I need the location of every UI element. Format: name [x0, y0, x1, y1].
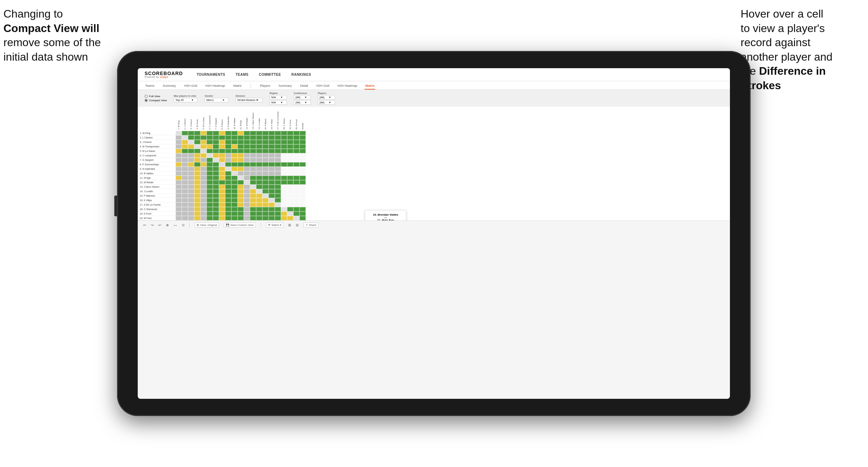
grid-cell[interactable]: [225, 180, 231, 185]
grid-cell[interactable]: [194, 140, 200, 144]
grid-cell[interactable]: [256, 185, 262, 189]
grid-cell[interactable]: [269, 176, 275, 180]
grid-cell[interactable]: [182, 167, 188, 171]
grid-cell[interactable]: [219, 153, 225, 158]
grid-cell[interactable]: [287, 144, 293, 149]
grid-cell[interactable]: [275, 216, 281, 220]
grid-cell[interactable]: [256, 207, 262, 211]
grid-cell[interactable]: [287, 158, 293, 162]
grid-cell[interactable]: [182, 158, 188, 162]
grid-cell[interactable]: [269, 207, 275, 211]
grid-cell[interactable]: [225, 162, 231, 167]
save-custom-button[interactable]: 💾 Save Custom View: [224, 222, 255, 228]
grid-cell[interactable]: [176, 144, 182, 149]
grid-cell[interactable]: [207, 194, 213, 198]
grid-cell[interactable]: [287, 189, 293, 194]
grid-cell[interactable]: [194, 153, 200, 158]
grid-cell[interactable]: [188, 189, 194, 194]
grid-cell[interactable]: [225, 171, 231, 176]
grid-cell[interactable]: [200, 185, 207, 189]
grid-cell[interactable]: [250, 180, 256, 185]
grid-cell[interactable]: [219, 144, 225, 149]
grid-cell[interactable]: [194, 207, 200, 211]
grid-cell[interactable]: [213, 185, 219, 189]
grid-cell[interactable]: [293, 158, 300, 162]
watch-button[interactable]: 👁 Watch ▾: [266, 222, 284, 228]
grid-cell[interactable]: [231, 153, 238, 158]
grid-cell[interactable]: [244, 207, 250, 211]
grid-cell[interactable]: [231, 189, 238, 194]
grid-cell[interactable]: [176, 211, 182, 216]
grid-cell[interactable]: [300, 158, 306, 162]
grid-cell[interactable]: [225, 158, 231, 162]
grid-cell[interactable]: [300, 185, 306, 189]
grid-cell[interactable]: [262, 216, 269, 220]
grid-cell[interactable]: [213, 216, 219, 220]
grid-cell[interactable]: [207, 171, 213, 176]
grid-cell[interactable]: [176, 185, 182, 189]
grid-cell[interactable]: [281, 140, 287, 144]
grid-cell[interactable]: [269, 216, 275, 220]
grid-cell[interactable]: [176, 203, 182, 207]
undo-icon[interactable]: ↩: [143, 223, 146, 227]
grid-cell[interactable]: [281, 135, 287, 140]
grid-cell[interactable]: [275, 162, 281, 167]
grid-cell[interactable]: [207, 176, 213, 180]
grid-cell[interactable]: [182, 185, 188, 189]
grid-cell[interactable]: [300, 153, 306, 158]
grid-cell[interactable]: [231, 135, 238, 140]
grid-cell[interactable]: [238, 207, 244, 211]
grid-cell[interactable]: [262, 180, 269, 185]
grid-cell[interactable]: [293, 180, 300, 185]
tab-matrix1[interactable]: Matrix: [233, 83, 243, 90]
grid-cell[interactable]: [176, 171, 182, 176]
grid-cell[interactable]: [194, 149, 200, 153]
grid-cell[interactable]: [262, 185, 269, 189]
grid-cell[interactable]: [269, 144, 275, 149]
grid-cell[interactable]: [269, 158, 275, 162]
grid-cell[interactable]: [293, 203, 300, 207]
settings-icon[interactable]: ⊙: [182, 223, 185, 227]
grid-cell[interactable]: [194, 211, 200, 216]
grid-cell[interactable]: [200, 194, 207, 198]
grid-icon[interactable]: ⊞: [288, 223, 291, 227]
grid-cell[interactable]: [300, 198, 306, 203]
grid-cell[interactable]: [200, 176, 207, 180]
full-view-radio[interactable]: [145, 95, 148, 98]
grid-cell[interactable]: [200, 149, 207, 153]
grid-cell[interactable]: [244, 144, 250, 149]
grid-cell[interactable]: [188, 171, 194, 176]
compact-view-radio[interactable]: [145, 99, 148, 102]
grid-cell[interactable]: [275, 149, 281, 153]
grid-cell[interactable]: [176, 131, 182, 135]
grid-cell[interactable]: [219, 185, 225, 189]
grid-cell[interactable]: [219, 167, 225, 171]
minus-icon[interactable]: —: [174, 223, 177, 227]
grid-cell[interactable]: [293, 162, 300, 167]
grid-cell[interactable]: [287, 203, 293, 207]
grid-cell[interactable]: [182, 207, 188, 211]
grid-cell[interactable]: [231, 131, 238, 135]
grid-cell[interactable]: [219, 207, 225, 211]
division-select[interactable]: NCAA Division I▾: [236, 98, 262, 102]
grid-cell[interactable]: [213, 207, 219, 211]
redo-icon2[interactable]: ↩: [158, 223, 161, 227]
grid-cell[interactable]: [225, 194, 231, 198]
grid-cell[interactable]: [244, 140, 250, 144]
grid-cell[interactable]: [262, 176, 269, 180]
grid-cell[interactable]: [176, 167, 182, 171]
grid-cell[interactable]: [219, 176, 225, 180]
grid-cell[interactable]: [188, 180, 194, 185]
grid-cell[interactable]: [275, 180, 281, 185]
grid-cell[interactable]: [262, 144, 269, 149]
grid-cell[interactable]: [231, 207, 238, 211]
grid-cell[interactable]: [300, 207, 306, 211]
grid-cell[interactable]: [188, 176, 194, 180]
grid-cell[interactable]: [213, 203, 219, 207]
grid-cell[interactable]: [300, 135, 306, 140]
grid-cell[interactable]: [188, 153, 194, 158]
grid-cell[interactable]: [300, 180, 306, 185]
grid-cell[interactable]: [300, 171, 306, 176]
grid-cell[interactable]: [176, 189, 182, 194]
grid-cell[interactable]: [281, 162, 287, 167]
